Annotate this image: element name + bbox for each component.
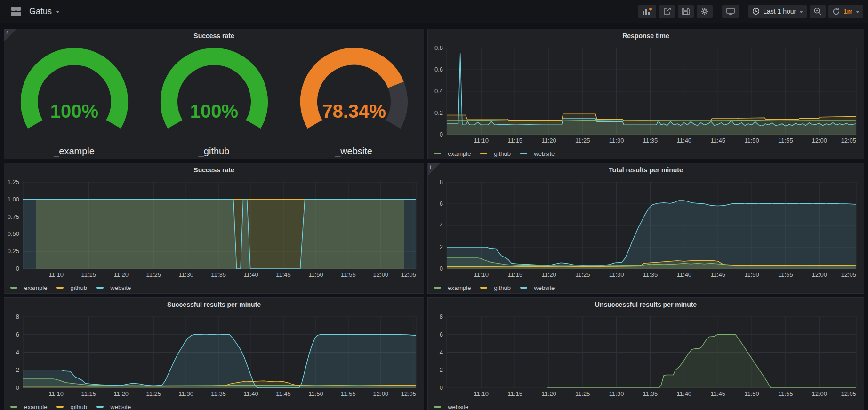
legend-item-_example[interactable]: _example [10, 403, 47, 410]
svg-text:1.00: 1.00 [8, 196, 19, 203]
legend-item-_website[interactable]: _website [96, 403, 131, 410]
success-rate-chart[interactable]: 00.250.500.751.001.2511:1011:1511:2011:2… [4, 177, 423, 280]
svg-text:11:50: 11:50 [308, 390, 323, 397]
gauge-value: 78.34% [322, 101, 386, 121]
panel-success-rate-graph: Success rate 00.250.500.751.001.2511:101… [4, 163, 424, 294]
svg-text:12:00: 12:00 [373, 271, 389, 278]
refresh-picker[interactable]: 1m [828, 5, 863, 18]
gauge-_website: 78.34%_website [284, 43, 424, 157]
legend-label: _website [107, 284, 131, 291]
panel-total-results: i Total results per minute 0246811:1011:… [427, 163, 864, 294]
svg-text:4: 4 [440, 222, 443, 229]
info-corner-icon[interactable]: i [428, 163, 440, 176]
legend-item-_github[interactable]: _github [480, 284, 511, 291]
legend-item-_website[interactable]: _website [520, 150, 555, 157]
svg-text:0: 0 [16, 384, 19, 391]
svg-text:11:45: 11:45 [276, 390, 291, 397]
chart-legend: _website [428, 401, 864, 410]
panel-title[interactable]: Successful results per minute [4, 298, 424, 312]
gauge-value: 100% [190, 101, 238, 121]
legend-label: _example [444, 150, 471, 157]
svg-text:11:10: 11:10 [49, 390, 64, 397]
successful-results-chart[interactable]: 0246811:1011:1511:2011:2511:3011:3511:40… [4, 312, 423, 399]
svg-text:0: 0 [440, 384, 443, 391]
svg-text:0.25: 0.25 [8, 248, 19, 255]
response-time-chart[interactable]: 00.20.40.60.811:1011:1511:2011:2511:3011… [428, 43, 863, 146]
svg-text:11:50: 11:50 [744, 390, 759, 397]
zoom-out-button[interactable] [810, 5, 826, 18]
legend-dash-icon [520, 153, 527, 154]
svg-text:11:40: 11:40 [677, 137, 692, 144]
legend-label: _example [21, 284, 47, 291]
svg-text:11:55: 11:55 [341, 271, 356, 278]
legend-dash-icon [434, 287, 441, 289]
panel-title[interactable]: Success rate [4, 29, 424, 43]
legend-label: _website [530, 150, 555, 157]
legend-item-_example[interactable]: _example [434, 284, 471, 291]
legend-item-_website[interactable]: _website [96, 284, 131, 291]
panel-title[interactable]: Unsuccessful results per minute [428, 298, 864, 312]
svg-text:11:55: 11:55 [778, 271, 793, 278]
svg-text:8: 8 [440, 313, 443, 320]
grafana-logo-icon[interactable] [11, 7, 21, 16]
svg-text:11:30: 11:30 [609, 390, 624, 397]
legend-dash-icon [434, 153, 441, 154]
legend-item-_example[interactable]: _example [434, 150, 471, 157]
cycle-view-button[interactable] [722, 5, 739, 18]
time-range-picker[interactable]: Last 1 hour [748, 5, 807, 18]
svg-text:11:20: 11:20 [113, 390, 129, 397]
svg-text:11:10: 11:10 [474, 390, 489, 397]
svg-text:11:40: 11:40 [243, 390, 258, 397]
legend-label: _website [107, 403, 131, 410]
svg-text:11:55: 11:55 [778, 137, 793, 144]
legend-dash-icon [434, 406, 441, 408]
share-button[interactable] [659, 5, 675, 18]
legend-item-_example[interactable]: _example [10, 284, 47, 291]
chart-legend: _example_github_website [4, 282, 424, 293]
panel-unsuccessful-results: Unsuccessful results per minute 0246811:… [427, 297, 864, 410]
svg-text:11:15: 11:15 [507, 137, 522, 144]
info-corner-icon[interactable]: i [4, 29, 16, 41]
legend-item-_github[interactable]: _github [56, 284, 87, 291]
settings-button[interactable] [697, 5, 713, 18]
gauge-label: _github [144, 146, 284, 157]
chart-legend: _example_github_website [428, 148, 864, 159]
panel-title[interactable]: Total results per minute [428, 163, 864, 177]
svg-text:11:35: 11:35 [643, 271, 658, 278]
legend-dash-icon [10, 406, 17, 408]
dashboard-title-button[interactable]: Gatus [29, 7, 60, 16]
svg-text:11:35: 11:35 [643, 390, 658, 397]
save-button[interactable] [678, 5, 694, 18]
legend-item-_website[interactable]: _website [520, 284, 555, 291]
svg-text:11:25: 11:25 [575, 390, 590, 397]
svg-text:12:00: 12:00 [812, 271, 827, 278]
svg-text:0.50: 0.50 [8, 230, 19, 237]
add-panel-button[interactable] [638, 5, 656, 18]
legend-dash-icon [56, 287, 64, 289]
svg-text:11:10: 11:10 [49, 271, 64, 278]
panel-title[interactable]: Success rate [4, 163, 424, 177]
legend-item-_github[interactable]: _github [56, 403, 87, 410]
refresh-icon [832, 8, 840, 16]
svg-text:12:00: 12:00 [373, 390, 389, 397]
svg-text:11:45: 11:45 [710, 137, 725, 144]
legend-item-_website[interactable]: _website [434, 403, 468, 410]
svg-text:11:55: 11:55 [341, 390, 356, 397]
svg-text:11:25: 11:25 [575, 137, 590, 144]
svg-text:11:10: 11:10 [474, 137, 489, 144]
legend-item-_github[interactable]: _github [480, 150, 511, 157]
svg-text:6: 6 [440, 331, 443, 338]
chart-legend: _example_github_website [428, 282, 864, 293]
svg-text:11:15: 11:15 [81, 271, 96, 278]
unsuccessful-results-chart[interactable]: 0246811:1011:1511:2011:2511:3011:3511:40… [428, 312, 863, 399]
svg-text:11:20: 11:20 [541, 137, 556, 144]
svg-text:6: 6 [440, 200, 443, 207]
svg-text:11:45: 11:45 [276, 271, 291, 278]
svg-text:0.4: 0.4 [434, 88, 443, 95]
gear-icon [700, 7, 709, 16]
svg-text:0.8: 0.8 [434, 44, 443, 51]
panel-title[interactable]: Response time [428, 29, 864, 43]
total-results-chart[interactable]: 0246811:1011:1511:2011:2511:3011:3511:40… [428, 177, 863, 280]
svg-text:2: 2 [16, 366, 19, 373]
legend-label: _example [444, 284, 471, 291]
